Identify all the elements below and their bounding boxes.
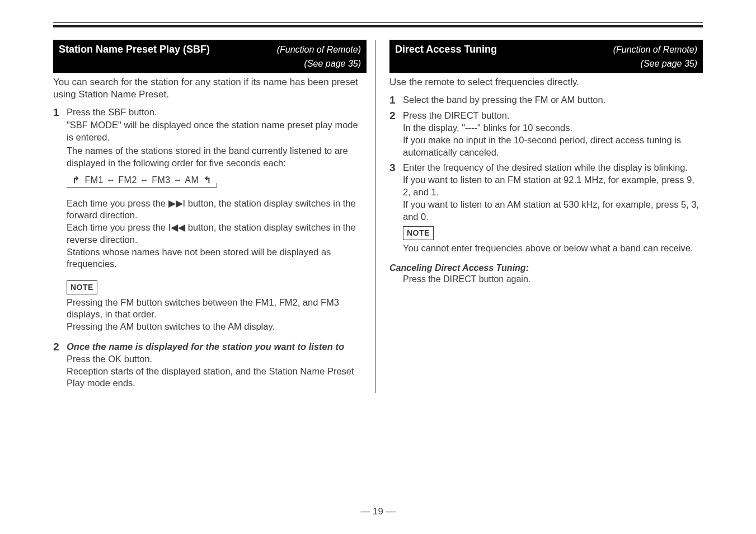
p3a: Each time you press the: [67, 222, 168, 232]
cancel-body: Press the DIRECT button again.: [403, 274, 703, 285]
right-step2-line3: If you make no input in the 10-second pe…: [403, 134, 703, 159]
left-note-chip: NOTE: [67, 280, 97, 294]
left-step2-title: Once the name is displayed for the stati…: [67, 341, 367, 353]
step-number-2: 2: [53, 341, 67, 390]
left-step2-line2: Press the OK button.: [67, 353, 367, 366]
top-rules: [53, 22, 703, 27]
left-step-2: 2 Once the name is displayed for the sta…: [53, 341, 367, 390]
right-section-title: Direct Access Tuning: [395, 43, 497, 56]
right-step-number-2: 2: [389, 110, 403, 158]
right-note-chip: NOTE: [403, 226, 434, 240]
prev-track-icon: I◀◀: [168, 222, 186, 232]
left-section-title: Station Name Preset Play (SBF): [59, 43, 210, 56]
cancel-heading: Canceling Direct Access Tuning:: [389, 263, 703, 274]
right-step2-body: Press the DIRECT button. In the display,…: [403, 110, 703, 158]
right-step1-body: Select the band by pressing the FM or AM…: [403, 94, 703, 107]
next-track-icon: ▶▶I: [168, 198, 186, 208]
left-step1-line3: The names of the stations stored in the …: [67, 145, 367, 170]
left-see-page: (See page 35): [53, 58, 367, 73]
right-step-1: 1 Select the band by pressing the FM or …: [389, 94, 703, 107]
step-number-1: 1: [53, 106, 67, 338]
left-step1-line1: Press the SBF button.: [67, 106, 367, 119]
loop-start-icon: ↱: [72, 174, 80, 186]
loop-end-icon: ↰: [204, 174, 212, 186]
right-section-bar: Direct Access Tuning (Function of Remote…: [389, 40, 703, 59]
rule-thick: [53, 25, 703, 27]
function-of-remote-label-right: (Function of Remote): [503, 44, 697, 55]
left-note-body: Pressing the FM button switches between …: [67, 297, 367, 333]
left-column: Station Name Preset Play (SBF) (Function…: [53, 40, 376, 393]
left-step-2-body: Once the name is displayed for the stati…: [67, 341, 367, 390]
p4: Stations whose names have not been store…: [67, 247, 331, 269]
right-see-page: (See page 35): [389, 58, 703, 73]
left-lead: You can search for the station for any s…: [53, 76, 367, 101]
function-of-remote-label: (Function of Remote): [215, 44, 361, 55]
right-lead: Use the remote to select frequencies dir…: [389, 76, 703, 88]
left-step1-para2: Each time you press the ▶▶I button, the …: [67, 198, 367, 271]
right-step-2: 2 Press the DIRECT button. In the displa…: [389, 110, 703, 158]
right-step3-line1: Enter the frequency of the desired stati…: [403, 162, 703, 174]
left-step2-line3: Reception starts of the displayed statio…: [67, 366, 367, 390]
left-step-1-body: Press the SBF button. "SBF MODE" will be…: [67, 106, 367, 338]
band-sequence-text: FM1 ↔ FM2 ↔ FM3 ↔ AM: [84, 175, 199, 185]
page-number: — 19 —: [0, 505, 756, 517]
right-step2-line1: Press the DIRECT button.: [403, 110, 703, 122]
rule-thin: [53, 22, 703, 23]
right-step-number-3: 3: [389, 162, 403, 259]
band-sequence-container: ↱ FM1 ↔ FM2 ↔ FM3 ↔ AM ↰: [67, 170, 367, 191]
right-step2-line2: In the display, "----" blinks for 10 sec…: [403, 122, 703, 134]
right-step-number-1: 1: [389, 94, 403, 107]
left-step-1: 1 Press the SBF button. "SBF MODE" will …: [53, 106, 367, 338]
right-note-body: You cannot enter frequencies above or be…: [403, 242, 703, 255]
band-sequence: ↱ FM1 ↔ FM2 ↔ FM3 ↔ AM ↰: [67, 173, 217, 188]
right-column: Direct Access Tuning (Function of Remote…: [387, 40, 703, 393]
right-step-3: 3 Enter the frequency of the desired sta…: [389, 162, 703, 259]
left-section-bar: Station Name Preset Play (SBF) (Function…: [53, 40, 367, 59]
right-step3-line3: If you want to listen to an AM station a…: [403, 199, 703, 223]
p2a: Each time you press the: [67, 198, 168, 208]
left-step1-line2: "SBF MODE" will be displayed once the st…: [67, 119, 367, 144]
right-step3-line2: If you want to listen to an FM station a…: [403, 174, 703, 199]
right-step3-body: Enter the frequency of the desired stati…: [403, 162, 703, 259]
